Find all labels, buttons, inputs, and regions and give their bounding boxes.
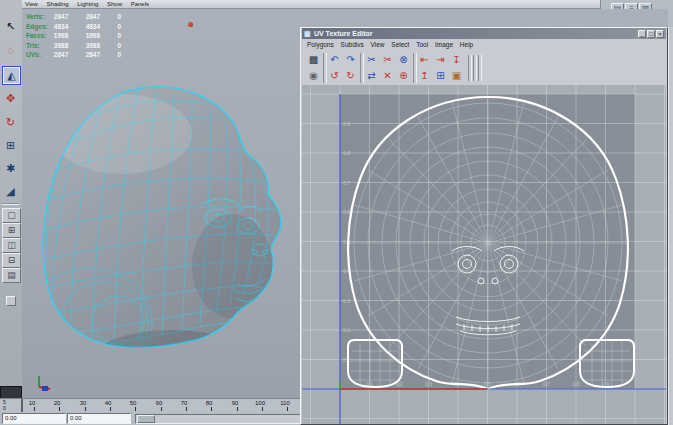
close-button[interactable]: × (656, 30, 664, 38)
toolbar-grip (468, 55, 472, 81)
align-v-min-icon[interactable]: ↥ (417, 68, 432, 83)
universal-manipulator-icon[interactable]: ✱ (2, 160, 19, 177)
svg-text:0.6: 0.6 (514, 381, 521, 387)
window-title: UV Texture Editor (314, 30, 373, 37)
scale-tool-icon[interactable]: ⊞ (2, 137, 19, 154)
hud-row-faces: Faces: 1998 1998 0 (26, 31, 129, 41)
right-edge-strip (668, 27, 673, 425)
unfold-uvs-icon[interactable]: ⊕ (396, 68, 411, 83)
tick-label: 70 (176, 400, 192, 406)
viewport-menubar: View Shading Lighting Show Panels (22, 0, 600, 9)
svg-text:0.9: 0.9 (343, 121, 350, 127)
svg-text:0.5: 0.5 (343, 239, 350, 245)
window-icon: ▦ (304, 28, 312, 39)
svg-text:0.4: 0.4 (455, 381, 462, 387)
svg-text:0.8: 0.8 (343, 150, 350, 156)
grid-uvs-icon[interactable]: ⊞ (433, 68, 448, 83)
tick-label: 110 (277, 400, 293, 406)
layout-two-pane-side-button[interactable]: ◫ (2, 238, 21, 253)
menu-tool[interactable]: Tool (416, 39, 428, 51)
tick-label: 40 (100, 400, 116, 406)
toolbar-grip (473, 55, 477, 81)
uv-editor-toolbar: ▩ ↶ ↷ ✂ ✂ ⊗ ⇤ ⇥ ↧ ◉ ↺ ↻ ⇄ ✕ ⊕ ↥ ⊞ ▣ (302, 51, 666, 86)
tick-label: 10 (24, 400, 40, 406)
svg-text:0.5: 0.5 (484, 381, 491, 387)
display-texture-checker-icon[interactable]: ▩ (306, 52, 321, 67)
select-tool-icon[interactable]: ↖ (2, 18, 19, 35)
svg-text:0.2: 0.2 (396, 381, 403, 387)
menu-subdivs[interactable]: Subdivs (341, 39, 364, 51)
menu-polygons[interactable]: Polygons (307, 39, 334, 51)
wireframe-head-mesh[interactable] (22, 60, 300, 400)
svg-text:0.2: 0.2 (343, 327, 350, 333)
menu-show[interactable]: Show (107, 0, 122, 9)
toolbox-divider (2, 203, 19, 205)
maximize-button[interactable]: □ (647, 30, 655, 38)
uv-head-wireframe (349, 97, 627, 389)
svg-text:0.3: 0.3 (425, 381, 432, 387)
relax-uvs-icon[interactable]: ✕ (380, 68, 395, 83)
flip-u-icon[interactable]: ↶ (327, 52, 342, 67)
rotate-tool-icon[interactable]: ↻ (2, 114, 19, 131)
cut-uv-edges-icon[interactable]: ✂ (364, 52, 379, 67)
hud-row-edges: Edges: 4834 4834 0 (26, 22, 129, 32)
move-tool-icon[interactable]: ✥ (2, 90, 19, 107)
svg-text:0.1: 0.1 (366, 381, 373, 387)
tick-label: 90 (227, 400, 243, 406)
menu-lighting[interactable]: Lighting (77, 0, 98, 9)
layout-two-pane-stacked-button[interactable]: ⊟ (2, 253, 21, 268)
menu-image[interactable]: Image (435, 39, 453, 51)
soft-mod-tool-icon[interactable]: ◢ (2, 183, 19, 200)
uv-grid: 0.1 0.2 0.3 0.4 0.5 0.6 0.7 0.8 0.9 0.1 … (302, 85, 666, 424)
flip-v-icon[interactable]: ↷ (343, 52, 358, 67)
tick-label: 50 (125, 400, 141, 406)
range-start-field[interactable]: 0.00 (2, 413, 66, 424)
svg-text:0.7: 0.7 (543, 381, 550, 387)
uv-lasso-icon[interactable]: ◉ (306, 68, 321, 83)
layout-outliner-pane-button[interactable]: ▤ (2, 268, 21, 283)
red-marker-dot (188, 22, 193, 27)
menu-select[interactable]: Select (391, 39, 409, 51)
axis-gizmo (32, 371, 56, 395)
split-uv-icon[interactable]: ✂ (380, 52, 395, 67)
uv-texture-editor-window: ▦ UV Texture Editor _ □ × Polygons Subdi… (300, 27, 668, 425)
range-slider-thumb[interactable] (137, 415, 155, 423)
hud-row-uvs: UVs: 2847 2847 0 (26, 50, 129, 60)
tick-label: 30 (75, 400, 91, 406)
svg-text:0.9: 0.9 (602, 381, 609, 387)
toolbox: ↖ ◌ ◭ ✥ ↻ ⊞ ✱ ◢ ▢ ⊞ ◫ ⊟ ▤ (0, 0, 23, 398)
timeline-playhead[interactable] (21, 399, 23, 412)
svg-text:0.8: 0.8 (573, 381, 580, 387)
tick-label: 60 (151, 400, 167, 406)
svg-text:0.4: 0.4 (343, 268, 350, 274)
uv-canvas[interactable]: 0.1 0.2 0.3 0.4 0.5 0.6 0.7 0.8 0.9 0.1 … (302, 85, 666, 424)
menu-help[interactable]: Help (460, 39, 473, 51)
align-u-min-icon[interactable]: ⇤ (417, 52, 432, 67)
menu-view[interactable]: View (25, 0, 38, 9)
sew-uv-edges-icon[interactable]: ⊗ (396, 52, 411, 67)
menu-panels[interactable]: Panels (131, 0, 149, 9)
lasso-tool-icon[interactable]: ◌ (2, 42, 19, 59)
layout-four-pane-button[interactable]: ⊞ (2, 223, 21, 238)
uv-editor-titlebar[interactable]: ▦ UV Texture Editor (302, 28, 666, 39)
layout-single-pane-button[interactable]: ▢ (2, 208, 21, 223)
rotate-uv-cw-icon[interactable]: ↻ (343, 68, 358, 83)
align-u-max-icon[interactable]: ⇥ (433, 52, 448, 67)
minimize-button[interactable]: _ (638, 30, 646, 38)
heads-up-display: Verts: 2847 2847 0 Edges: 4834 4834 0 Fa… (26, 12, 129, 60)
svg-text:0.3: 0.3 (343, 298, 350, 304)
layout-more-button[interactable] (6, 296, 16, 306)
hud-row-tris: Tris: 3988 3988 0 (26, 41, 129, 51)
align-v-max-icon[interactable]: ↧ (449, 52, 464, 67)
paint-select-tool-icon[interactable]: ◭ (2, 66, 21, 85)
rotate-uv-ccw-icon[interactable]: ↺ (327, 68, 342, 83)
svg-text:0.6: 0.6 (343, 209, 350, 215)
tick-label: 20 (49, 400, 65, 406)
svg-text:0.1: 0.1 (343, 357, 350, 363)
cycle-uvs-icon[interactable]: ⇄ (364, 68, 379, 83)
svg-text:0.7: 0.7 (343, 180, 350, 186)
menu-view[interactable]: View (371, 39, 385, 51)
menu-shading[interactable]: Shading (47, 0, 69, 9)
range-end-field[interactable]: 0.00 (67, 413, 131, 424)
layout-uvs-icon[interactable]: ▣ (449, 68, 464, 83)
